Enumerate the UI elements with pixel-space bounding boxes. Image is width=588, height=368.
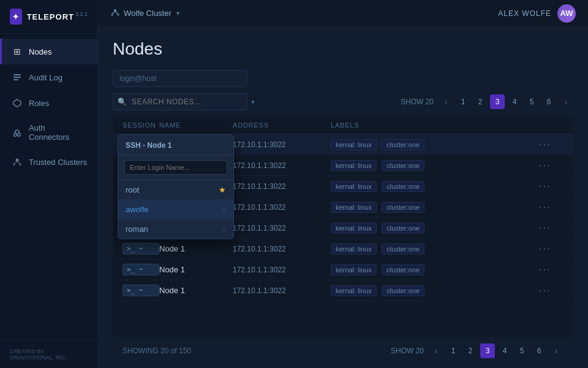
- svg-line-14: [112, 12, 115, 14]
- sidebar: ✦ TELEPORT3.2.1 ⊞ Nodes Audit Log Roles …: [0, 0, 98, 368]
- page-2-btn[interactable]: 2: [473, 94, 488, 109]
- label-tag: cluster:one: [382, 202, 424, 213]
- svg-rect-5: [18, 133, 20, 136]
- audit-log-icon: [12, 72, 23, 83]
- svg-marker-3: [13, 99, 21, 107]
- page-1-btn[interactable]: 1: [456, 94, 470, 109]
- page-4-btn-bottom[interactable]: 4: [497, 343, 512, 358]
- terminal-badge[interactable]: >_ ~: [123, 285, 159, 296]
- sidebar-item-roles[interactable]: Roles: [0, 90, 97, 116]
- svg-rect-2: [13, 79, 18, 80]
- more-actions-btn[interactable]: ···: [539, 160, 564, 171]
- prev-page-btn[interactable]: ‹: [439, 94, 453, 109]
- prev-page-btn-bottom[interactable]: ‹: [429, 343, 443, 358]
- search-container: 🔍 ▾: [113, 93, 255, 110]
- page-6-btn[interactable]: 6: [541, 94, 556, 109]
- node-address: 172.10.1.1:3022: [233, 182, 331, 191]
- sidebar-item-label: Nodes: [29, 47, 52, 56]
- main-content: Wolfe Cluster ▾ ALEX WOLFE AW Nodes 🔍 ▾ …: [98, 0, 588, 368]
- svg-rect-0: [13, 74, 21, 75]
- more-actions-btn[interactable]: ···: [539, 223, 564, 234]
- node-name: Node 1: [159, 265, 233, 274]
- search-dropdown-icon[interactable]: ▾: [251, 98, 255, 106]
- label-tag: kernal: linux: [331, 223, 377, 234]
- node-address: 172.10.1.1:3022: [233, 224, 331, 232]
- node-labels: kernal: linux cluster:one: [331, 243, 539, 255]
- col-name: NAME: [159, 121, 233, 129]
- table-row: >_ ~ Node 1 172.10.1.1:3022 kernal: linu…: [113, 280, 573, 301]
- circle-icon: ○: [222, 226, 226, 233]
- table-row: >_ ~ Node 1 172.10.1.1:3022 kernal: linu…: [113, 239, 573, 259]
- page-1-btn-bottom[interactable]: 1: [446, 343, 461, 358]
- sidebar-item-label: Audit Log: [29, 73, 62, 82]
- sidebar-item-nodes[interactable]: ⊞ Nodes: [0, 39, 97, 64]
- terminal-badge[interactable]: >_ ~: [123, 243, 159, 255]
- content-area: Nodes 🔍 ▾ SHOW 20 ‹ 1 2 3 4 5 6 ›: [98, 27, 588, 368]
- login-row: [113, 70, 573, 87]
- node-labels: kernal: linux cluster:one: [331, 223, 539, 234]
- avatar[interactable]: AW: [557, 4, 576, 23]
- svg-line-15: [115, 12, 118, 14]
- page-5-btn[interactable]: 5: [524, 94, 539, 109]
- show-label-bottom[interactable]: SHOW 20: [391, 347, 424, 355]
- login-input[interactable]: [113, 70, 247, 87]
- label-tag: cluster:one: [382, 264, 424, 275]
- sidebar-item-trusted-clusters[interactable]: Trusted Clusters: [0, 149, 97, 175]
- search-input[interactable]: [113, 93, 247, 110]
- cluster-name: Wolfe Cluster: [124, 9, 172, 18]
- sidebar-logo: ✦ TELEPORT3.2.1: [0, 0, 97, 34]
- more-actions-btn[interactable]: ···: [539, 243, 564, 255]
- show-label-top[interactable]: SHOW 20: [401, 98, 434, 106]
- col-labels: LABELS: [331, 121, 539, 129]
- svg-point-8: [20, 164, 21, 166]
- svg-line-10: [17, 162, 20, 164]
- page-6-btn-bottom[interactable]: 6: [532, 343, 546, 358]
- label-tag: cluster:one: [382, 181, 424, 192]
- node-labels: kernal: linux cluster:one: [331, 181, 539, 192]
- label-tag: cluster:one: [382, 160, 424, 171]
- page-2-btn-bottom[interactable]: 2: [463, 343, 478, 358]
- more-actions-btn[interactable]: ···: [539, 285, 564, 296]
- terminal-badge[interactable]: >_ ~: [123, 264, 159, 275]
- sidebar-item-audit-log[interactable]: Audit Log: [0, 64, 97, 90]
- svg-point-12: [111, 14, 113, 16]
- page-3-btn[interactable]: 3: [490, 94, 505, 109]
- node-address: 172.10.1.1:3022: [233, 266, 331, 274]
- search-icon: 🔍: [118, 98, 127, 106]
- node-labels: kernal: linux cluster:one: [331, 202, 539, 213]
- page-3-btn-bottom[interactable]: 3: [480, 343, 495, 358]
- label-tag: cluster:one: [382, 139, 424, 150]
- dropdown-item-awolfe[interactable]: awolfe ○: [118, 200, 233, 220]
- cluster-selector[interactable]: Wolfe Cluster ▾: [110, 7, 179, 19]
- label-tag: kernal: linux: [331, 160, 377, 171]
- more-actions-btn[interactable]: ···: [539, 202, 564, 213]
- svg-rect-1: [13, 77, 21, 78]
- dropdown-item-roman[interactable]: roman ○: [118, 220, 233, 239]
- table-row: >_ ~ Node 1 172.10.1.1:3022 kernal: linu…: [113, 259, 573, 280]
- logo-version: 3.2.1: [75, 11, 88, 17]
- dropdown-item-root[interactable]: root ★: [118, 180, 233, 200]
- svg-point-7: [13, 164, 15, 166]
- cluster-arrow-icon: ▾: [176, 10, 179, 17]
- page-title: Nodes: [113, 39, 573, 59]
- bottom-bar: SHOWING 20 of 150 SHOW 20 ‹ 1 2 3 4 5 6 …: [113, 337, 573, 358]
- topbar: Wolfe Cluster ▾ ALEX WOLFE AW: [98, 0, 588, 27]
- dropdown-item-label: awolfe: [126, 205, 149, 214]
- search-row: 🔍 ▾ SHOW 20 ‹ 1 2 3 4 5 6 ›: [113, 93, 573, 110]
- more-actions-btn[interactable]: ···: [539, 139, 564, 150]
- next-page-btn[interactable]: ›: [559, 94, 573, 109]
- trusted-clusters-icon: [12, 156, 23, 167]
- node-address: 172.10.1.1:3022: [233, 140, 331, 149]
- circle-icon: ○: [222, 206, 226, 213]
- nodes-table: SESSION NAME ADDRESS LABELS >_ ~ Node 1 …: [113, 117, 573, 337]
- page-4-btn[interactable]: 4: [507, 94, 522, 109]
- more-actions-btn[interactable]: ···: [539, 264, 564, 275]
- next-page-btn-bottom[interactable]: ›: [549, 343, 564, 358]
- sidebar-item-auth-connectors[interactable]: Auth Connectors: [0, 116, 97, 149]
- dropdown-search-input[interactable]: [124, 160, 227, 175]
- more-actions-btn[interactable]: ···: [539, 181, 564, 192]
- page-5-btn-bottom[interactable]: 5: [514, 343, 529, 358]
- node-labels: kernal: linux cluster:one: [331, 160, 539, 171]
- label-tag: kernal: linux: [331, 243, 377, 255]
- node-name: Node 1: [159, 286, 233, 295]
